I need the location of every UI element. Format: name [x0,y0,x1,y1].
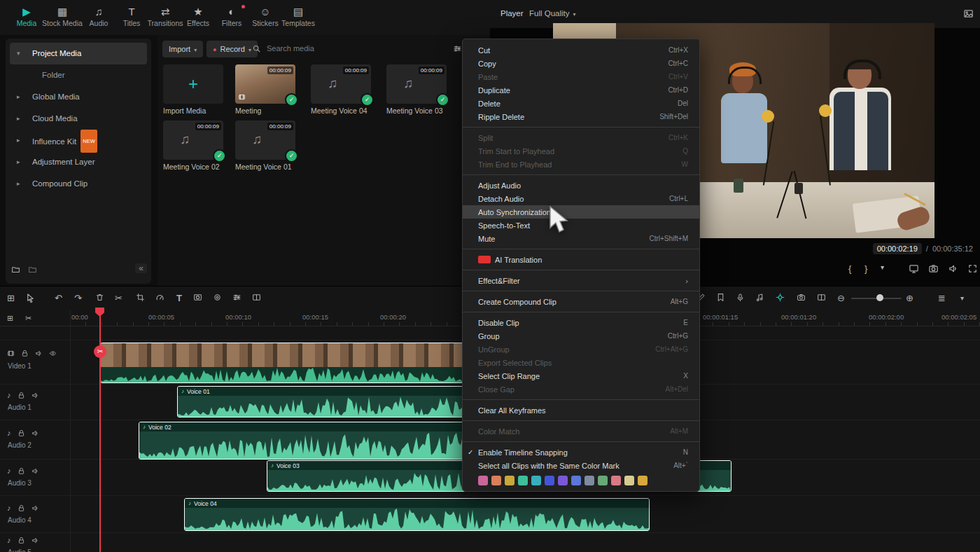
sidebar-item-adjustment-layer[interactable]: ▸Adjustment Layer [10,151,147,173]
zoom-in-icon[interactable]: ⊕ [906,293,913,303]
mute-icon[interactable] [31,537,39,544]
tab-templates[interactable]: ▤Templates [276,5,320,27]
text-tool-icon[interactable]: T [176,293,182,303]
menu-item-group[interactable]: GroupCtrl+G [463,329,699,343]
filter-sort-icon[interactable] [453,44,462,53]
quality-dropdown[interactable]: Full Quality▾ [529,9,576,18]
menu-item-disable-clip[interactable]: Disable ClipE [463,316,699,329]
mute-icon[interactable] [31,429,39,437]
layout-grid-icon[interactable]: ⊞ [7,293,15,303]
menu-item-effect-filter[interactable]: Effect&Filter› [463,274,699,287]
media-tile-meeting-voice-02[interactable]: 00:00:09 ♫ ✓ [163,120,223,160]
beat-detect-icon[interactable] [755,293,764,302]
menu-item-auto-synchronization[interactable]: Auto Synchronization [463,205,699,219]
menu-item-duplicate[interactable]: DuplicateCtrl+D [463,83,699,97]
menu-item-select-clip-range[interactable]: Select Clip RangeX [463,369,699,382]
fullscreen-icon[interactable] [967,263,978,274]
color-swatch[interactable] [598,476,608,485]
screen-record-icon[interactable] [252,293,261,302]
menu-item-clear-all-keyframes[interactable]: Clear All Keyframes [463,403,699,417]
playhead[interactable] [99,308,101,552]
color-swatch[interactable] [531,476,541,485]
new-folder-icon[interactable] [11,265,20,274]
volume-icon[interactable] [948,263,958,274]
lock-icon[interactable] [18,467,25,475]
menu-item-ai-translation[interactable]: AI Translation [463,253,699,266]
mute-icon[interactable] [31,392,39,399]
track-height-icon[interactable]: ≣ [938,293,946,303]
record-button[interactable]: ●Record▾ [206,41,258,57]
voiceover-mic-icon[interactable] [736,293,745,302]
color-swatch[interactable] [505,476,514,485]
sidebar-item-global-media[interactable]: ▸Global Media [10,86,147,108]
color-swatch[interactable] [518,476,528,485]
crop-icon[interactable] [136,293,145,302]
lock-icon[interactable] [21,350,29,357]
display-mode-icon[interactable] [909,263,919,274]
select-tool-icon[interactable] [25,293,36,303]
import-media-tile[interactable]: + [163,64,223,104]
search-input[interactable] [265,43,387,53]
color-swatch[interactable] [558,476,568,485]
marker-dropdown-icon[interactable]: ▾ [881,263,884,271]
media-tile-meeting-voice-01[interactable]: 00:00:09 ♫ ✓ [235,120,295,160]
timeline-clip-voice-04[interactable]: ♪Voice 04 [184,498,650,531]
lock-icon[interactable] [18,429,25,437]
menu-item-adjust-audio[interactable]: Adjust Audio [463,179,699,192]
preview-display-icon[interactable] [963,8,974,19]
media-tile-meeting-voice-04[interactable]: 00:00:09 ♫ ✓ [311,64,371,104]
menu-item-copy[interactable]: CopyCtrl+C [463,57,699,70]
menu-item-ripple-delete[interactable]: Ripple DeleteShift+Del [463,110,699,123]
color-swatch[interactable] [545,476,554,485]
playhead-cut-button[interactable]: ✂ [94,345,106,358]
menu-item-enable-timeline-snapping[interactable]: ✓Enable Timeline SnappingN [463,446,699,459]
mark-out-icon[interactable]: } [864,263,867,274]
menu-item-select-all-clips-same-color-mark[interactable]: Select all Clips with the Same Color Mar… [463,459,699,472]
split-scissors-icon[interactable]: ✂ [115,293,122,303]
media-tile-meeting[interactable]: 00:00:09 ✓ [235,64,295,104]
split-view-icon[interactable] [817,293,826,302]
mask-icon[interactable] [193,293,202,302]
sidebar-item-folder[interactable]: Folder [10,64,147,86]
import-button[interactable]: Import▾ [162,41,203,57]
mute-icon[interactable] [35,350,43,357]
trash-icon[interactable] [95,293,104,302]
menu-item-create-compound-clip[interactable]: Create Compound ClipAlt+G [463,295,699,308]
menu-item-detach-audio[interactable]: Detach AudioCtrl+L [463,192,699,205]
mark-in-icon[interactable]: { [848,263,851,274]
add-track-icon[interactable]: ⊞ [7,313,13,324]
lock-icon[interactable] [18,504,25,512]
zoom-out-icon[interactable]: ⊖ [837,293,845,303]
quick-split-icon[interactable]: ✂ [25,313,31,324]
render-preview-icon[interactable] [797,293,806,302]
zoom-slider-knob[interactable] [876,294,883,301]
undo-icon[interactable]: ↶ [55,293,62,303]
lock-icon[interactable] [18,537,25,544]
color-swatch[interactable] [638,476,648,485]
collapse-sidebar-button[interactable]: « [135,263,147,273]
sidebar-item-cloud-media[interactable]: ▸Cloud Media [10,108,147,130]
snapshot-icon[interactable] [928,263,939,274]
color-swatch[interactable] [491,476,501,485]
menu-item-cut[interactable]: CutCtrl+X [463,43,699,57]
sidebar-item-compound-clip[interactable]: ▸Compound Clip [10,173,147,195]
hide-icon[interactable] [49,350,57,357]
color-swatch[interactable] [624,476,634,485]
keyframe-icon[interactable] [776,293,785,302]
speed-icon[interactable] [155,293,164,302]
media-tile-meeting-voice-03[interactable]: 00:00:09 ♫ ✓ [386,64,447,104]
color-swatch[interactable] [571,476,581,485]
color-swatch[interactable] [611,476,621,485]
sidebar-item-project-media[interactable]: ▾Project Media [10,43,147,64]
mute-icon[interactable] [31,467,39,475]
marker-icon[interactable] [716,293,725,302]
timeline-clip-video[interactable] [100,343,483,383]
adjust-sliders-icon[interactable] [232,293,241,302]
player-tab-label[interactable]: Player [500,9,524,18]
menu-item-delete[interactable]: DeleteDel [463,97,699,110]
redo-icon[interactable]: ↷ [74,293,82,303]
timeline-collapse-icon[interactable]: ▾ [960,293,964,303]
color-swatch[interactable] [584,476,594,485]
lock-icon[interactable] [18,392,25,399]
sidebar-item-influence-kit[interactable]: ▸Influence KitNEW [10,130,147,151]
